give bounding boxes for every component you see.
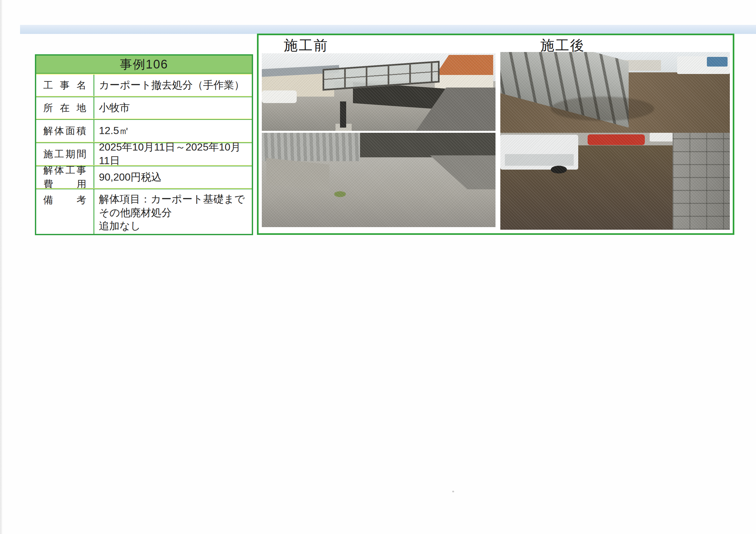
row-value: 解体項目：カーポート基礎までその他廃材処分 追加なし [94,189,252,234]
case-id-text: 事例106 [120,56,168,73]
photo-before-top-carport [262,53,496,131]
row-label: 解体工事費用 [43,165,86,190]
row-value: 12.5㎡ [94,120,252,142]
table-row: 所在地 小牧市 [36,97,252,118]
scanned-case-sheet: 事例106 工事名 カーポート撤去処分（手作業） 所在地 小牧市 解体面積 12… [0,0,756,534]
gravel-texture [262,133,496,227]
row-label: 工事名 [43,80,86,91]
scan-speck [452,491,454,492]
row-label: 解体面積 [43,125,86,137]
dirt-texture [500,133,730,230]
row-value: カーポート撤去処分（手作業） [94,75,252,96]
photo-panel: 施工前 施工後 [257,34,734,235]
row-label: 施工期間 [43,149,86,160]
scan-edge-artifact [0,0,2,534]
row-value: 小牧市 [94,97,252,118]
dirt-texture [500,52,730,133]
gravel-texture [262,53,496,131]
photo-before-bottom-gravel-yard [262,133,496,227]
photo-after-top-cleared-lot [500,52,730,133]
photo-after-bottom-cleared-ground [500,133,730,230]
scanner-band-artifact [20,25,756,34]
case-table-title: 事例106 [36,56,252,73]
row-value: 2025年10月11日～2025年10月11日 [94,143,252,165]
before-label: 施工前 [284,36,328,55]
table-row: 解体面積 12.5㎡ [36,120,252,142]
case-info-table: 事例106 工事名 カーポート撤去処分（手作業） 所在地 小牧市 解体面積 12… [35,54,253,235]
table-row: 施工期間 2025年10月11日～2025年10月11日 [36,143,252,165]
row-label: 備考 [43,194,86,206]
row-value: 90,200円税込 [94,166,252,188]
row-label: 所在地 [43,102,86,114]
table-row: 解体工事費用 90,200円税込 [36,166,252,188]
table-row: 備考 解体項目：カーポート基礎までその他廃材処分 追加なし [36,189,252,234]
table-row: 工事名 カーポート撤去処分（手作業） [36,75,252,96]
